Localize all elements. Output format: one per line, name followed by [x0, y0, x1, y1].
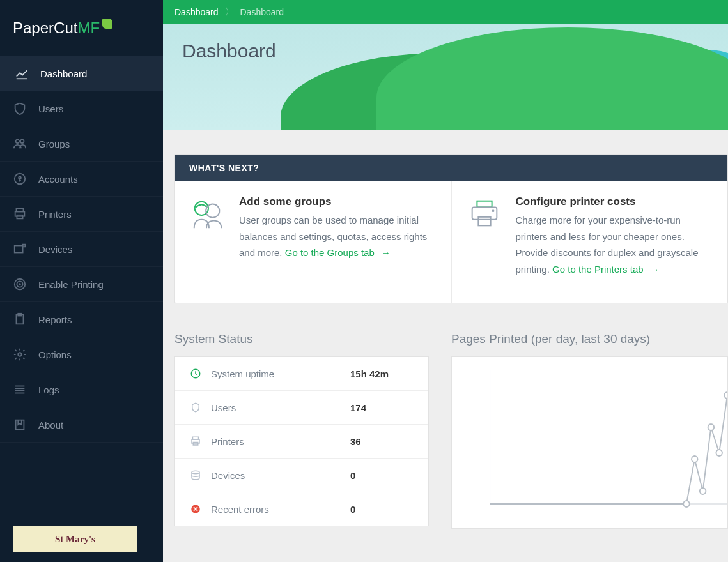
- printer-icon: [189, 435, 202, 448]
- status-label: Recent errors: [211, 504, 350, 515]
- sidebar-item-label: Logs: [38, 384, 59, 395]
- main-content: Dashboard 〉 Dashboard Dashboard WHAT'S N…: [163, 0, 728, 562]
- arrow-right-icon: →: [381, 247, 391, 258]
- sidebar-item-printers[interactable]: Printers: [0, 197, 163, 232]
- sidebar-item-users[interactable]: Users: [0, 91, 163, 126]
- error-icon: [189, 503, 202, 515]
- svg-point-33: [692, 456, 698, 462]
- sidebar-nav: Dashboard Users Groups Accounts Printers: [0, 56, 163, 443]
- svg-point-35: [708, 424, 715, 430]
- content-area: WHAT'S NEXT? Add some groups: [163, 130, 728, 562]
- status-row-uptime: System uptime 15h 42m: [175, 357, 428, 391]
- whats-next-heading: WHAT'S NEXT?: [175, 155, 727, 181]
- groups-tab-link[interactable]: Go to the Groups tab →: [285, 247, 391, 258]
- status-value: 36: [350, 436, 414, 447]
- chart-line-icon: [15, 66, 29, 80]
- whats-next-card-printers: Configure printer costs Charge more for …: [452, 181, 728, 303]
- svg-rect-8: [23, 245, 26, 247]
- sidebar-item-reports[interactable]: Reports: [0, 302, 163, 337]
- status-label: Devices: [211, 470, 350, 481]
- sidebar-item-label: Enable Printing: [38, 279, 104, 290]
- sidebar-item-label: Accounts: [38, 174, 78, 185]
- svg-point-32: [683, 501, 690, 507]
- database-icon: [189, 469, 202, 482]
- svg-point-14: [18, 353, 22, 356]
- sidebar-item-label: Options: [38, 349, 72, 360]
- sidebar-item-enable-printing[interactable]: Enable Printing: [0, 267, 163, 302]
- status-value: 15h 42m: [350, 368, 414, 379]
- sidebar-item-label: Reports: [38, 314, 72, 325]
- status-row-printers: Printers 36: [175, 425, 428, 459]
- clipboard-icon: [13, 312, 27, 326]
- svg-rect-22: [477, 201, 492, 208]
- line-chart: [484, 370, 727, 510]
- svg-point-37: [724, 392, 727, 399]
- page-title: Dashboard: [182, 40, 276, 62]
- sidebar-item-label: Printers: [38, 209, 72, 220]
- whats-next-card-groups: Add some groups User groups can be used …: [175, 181, 452, 303]
- banner-decoration: [376, 27, 728, 130]
- svg-point-11: [19, 284, 20, 285]
- arrow-right-icon: →: [650, 264, 660, 275]
- printer-icon: [13, 207, 27, 221]
- printer-illustration-icon: [466, 195, 503, 232]
- pages-printed-chart: [451, 356, 728, 529]
- system-status-panel: System uptime 15h 42m Users 174: [174, 356, 429, 526]
- svg-rect-6: [17, 215, 22, 219]
- sidebar-item-groups[interactable]: Groups: [0, 126, 163, 162]
- status-label: Printers: [211, 436, 350, 447]
- svg-point-34: [700, 488, 706, 494]
- system-status-heading: System Status: [174, 332, 429, 346]
- sidebar-item-label: Groups: [38, 139, 70, 149]
- chevron-right-icon: 〉: [225, 6, 234, 18]
- shield-icon: [189, 401, 202, 414]
- svg-point-1: [20, 140, 24, 144]
- groups-illustration-icon: [189, 195, 226, 232]
- breadcrumb-item[interactable]: Dashboard: [174, 7, 219, 17]
- list-icon: [13, 383, 27, 397]
- system-status-section: System Status System uptime 15h 42m User: [174, 332, 429, 529]
- sidebar-item-label: Users: [38, 103, 63, 114]
- svg-rect-19: [16, 420, 24, 430]
- shield-icon: [13, 102, 27, 116]
- sidebar-item-label: About: [38, 420, 63, 430]
- sidebar-item-options[interactable]: Options: [0, 337, 163, 372]
- device-icon: [13, 242, 27, 256]
- printers-tab-link[interactable]: Go to the Printers tab →: [552, 264, 660, 275]
- logo-text: PaperCut: [13, 19, 77, 37]
- whats-next-panel: WHAT'S NEXT? Add some groups: [174, 154, 728, 303]
- sidebar-item-dashboard[interactable]: Dashboard: [0, 56, 163, 91]
- breadcrumb: Dashboard 〉 Dashboard: [163, 0, 728, 24]
- people-icon: [13, 137, 27, 151]
- gear-icon: [13, 347, 27, 361]
- banner: Dashboard: [163, 24, 728, 130]
- status-label: Users: [211, 402, 350, 413]
- sidebar-item-devices[interactable]: Devices: [0, 232, 163, 267]
- status-row-errors: Recent errors 0: [175, 492, 428, 526]
- svg-point-30: [192, 471, 199, 474]
- card-text: Charge more for your expensive-to-run pr…: [516, 212, 714, 277]
- bookmark-icon: [13, 418, 27, 432]
- leaf-icon: [102, 19, 112, 29]
- key-icon: [13, 172, 27, 186]
- sidebar: PaperCutMF Dashboard Users Groups Acco: [0, 0, 163, 562]
- svg-point-36: [716, 450, 722, 456]
- status-value: 0: [350, 470, 414, 481]
- card-title: Add some groups: [239, 195, 437, 208]
- pages-printed-section: Pages Printed (per day, last 30 days): [451, 332, 728, 529]
- org-badge-text: St Mary's: [55, 534, 95, 545]
- org-badge: St Mary's: [13, 526, 137, 552]
- sidebar-item-accounts[interactable]: Accounts: [0, 162, 163, 197]
- logo-suffix: MF: [77, 19, 100, 37]
- card-title: Configure printer costs: [516, 195, 714, 208]
- svg-point-25: [492, 209, 494, 212]
- svg-rect-24: [478, 217, 490, 226]
- svg-point-0: [16, 140, 19, 144]
- sidebar-item-logs[interactable]: Logs: [0, 372, 163, 407]
- svg-point-3: [19, 176, 21, 179]
- status-value: 174: [350, 402, 414, 413]
- sidebar-item-label: Dashboard: [40, 68, 87, 79]
- sidebar-item-about[interactable]: About: [0, 407, 163, 443]
- svg-rect-7: [15, 246, 23, 253]
- card-text: User groups can be used to manage initia…: [239, 212, 437, 261]
